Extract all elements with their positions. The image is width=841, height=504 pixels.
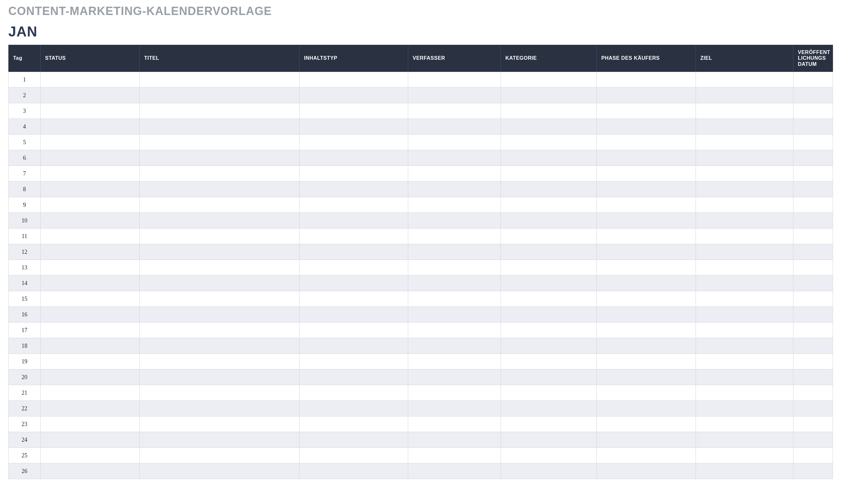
cell-datum[interactable]: [793, 338, 833, 354]
cell-verfasser[interactable]: [408, 213, 501, 229]
cell-inhaltstyp[interactable]: [300, 197, 408, 213]
cell-status[interactable]: [41, 166, 140, 182]
cell-titel[interactable]: [140, 260, 300, 275]
cell-status[interactable]: [41, 291, 140, 307]
cell-ziel[interactable]: [696, 322, 793, 338]
cell-status[interactable]: [41, 244, 140, 260]
cell-datum[interactable]: [793, 166, 833, 182]
cell-verfasser[interactable]: [408, 244, 501, 260]
cell-titel[interactable]: [140, 275, 300, 291]
cell-inhaltstyp[interactable]: [300, 213, 408, 229]
cell-inhaltstyp[interactable]: [300, 134, 408, 150]
cell-datum[interactable]: [793, 354, 833, 370]
cell-kategorie[interactable]: [501, 244, 597, 260]
cell-status[interactable]: [41, 401, 140, 416]
cell-kategorie[interactable]: [501, 385, 597, 401]
cell-phase[interactable]: [597, 385, 696, 401]
cell-datum[interactable]: [793, 432, 833, 448]
cell-phase[interactable]: [597, 182, 696, 197]
cell-status[interactable]: [41, 182, 140, 197]
cell-inhaltstyp[interactable]: [300, 307, 408, 322]
cell-kategorie[interactable]: [501, 229, 597, 244]
cell-ziel[interactable]: [696, 72, 793, 88]
cell-titel[interactable]: [140, 432, 300, 448]
cell-phase[interactable]: [597, 370, 696, 385]
cell-phase[interactable]: [597, 197, 696, 213]
cell-status[interactable]: [41, 213, 140, 229]
cell-datum[interactable]: [793, 244, 833, 260]
cell-verfasser[interactable]: [408, 401, 501, 416]
cell-phase[interactable]: [597, 72, 696, 88]
cell-inhaltstyp[interactable]: [300, 260, 408, 275]
cell-kategorie[interactable]: [501, 134, 597, 150]
cell-titel[interactable]: [140, 385, 300, 401]
cell-datum[interactable]: [793, 134, 833, 150]
cell-status[interactable]: [41, 307, 140, 322]
cell-verfasser[interactable]: [408, 307, 501, 322]
cell-kategorie[interactable]: [501, 322, 597, 338]
cell-verfasser[interactable]: [408, 385, 501, 401]
cell-inhaltstyp[interactable]: [300, 432, 408, 448]
cell-kategorie[interactable]: [501, 275, 597, 291]
cell-datum[interactable]: [793, 72, 833, 88]
cell-phase[interactable]: [597, 416, 696, 432]
cell-ziel[interactable]: [696, 213, 793, 229]
cell-datum[interactable]: [793, 229, 833, 244]
cell-verfasser[interactable]: [408, 150, 501, 166]
cell-kategorie[interactable]: [501, 150, 597, 166]
cell-verfasser[interactable]: [408, 72, 501, 88]
cell-inhaltstyp[interactable]: [300, 88, 408, 103]
cell-titel[interactable]: [140, 416, 300, 432]
cell-status[interactable]: [41, 432, 140, 448]
cell-titel[interactable]: [140, 72, 300, 88]
cell-status[interactable]: [41, 338, 140, 354]
cell-inhaltstyp[interactable]: [300, 370, 408, 385]
cell-inhaltstyp[interactable]: [300, 338, 408, 354]
cell-inhaltstyp[interactable]: [300, 322, 408, 338]
cell-ziel[interactable]: [696, 260, 793, 275]
cell-titel[interactable]: [140, 88, 300, 103]
cell-phase[interactable]: [597, 401, 696, 416]
cell-kategorie[interactable]: [501, 119, 597, 134]
cell-inhaltstyp[interactable]: [300, 463, 408, 479]
cell-phase[interactable]: [597, 448, 696, 463]
cell-ziel[interactable]: [696, 307, 793, 322]
cell-titel[interactable]: [140, 229, 300, 244]
cell-verfasser[interactable]: [408, 103, 501, 119]
cell-verfasser[interactable]: [408, 197, 501, 213]
cell-kategorie[interactable]: [501, 354, 597, 370]
cell-phase[interactable]: [597, 260, 696, 275]
cell-datum[interactable]: [793, 385, 833, 401]
cell-phase[interactable]: [597, 166, 696, 182]
cell-inhaltstyp[interactable]: [300, 103, 408, 119]
cell-ziel[interactable]: [696, 291, 793, 307]
cell-verfasser[interactable]: [408, 119, 501, 134]
cell-status[interactable]: [41, 72, 140, 88]
cell-kategorie[interactable]: [501, 401, 597, 416]
cell-verfasser[interactable]: [408, 229, 501, 244]
cell-ziel[interactable]: [696, 432, 793, 448]
cell-verfasser[interactable]: [408, 134, 501, 150]
cell-titel[interactable]: [140, 338, 300, 354]
cell-phase[interactable]: [597, 213, 696, 229]
cell-titel[interactable]: [140, 370, 300, 385]
cell-kategorie[interactable]: [501, 213, 597, 229]
cell-titel[interactable]: [140, 448, 300, 463]
cell-status[interactable]: [41, 385, 140, 401]
cell-verfasser[interactable]: [408, 463, 501, 479]
cell-ziel[interactable]: [696, 416, 793, 432]
cell-inhaltstyp[interactable]: [300, 291, 408, 307]
cell-kategorie[interactable]: [501, 166, 597, 182]
cell-datum[interactable]: [793, 150, 833, 166]
cell-phase[interactable]: [597, 150, 696, 166]
cell-verfasser[interactable]: [408, 291, 501, 307]
cell-datum[interactable]: [793, 370, 833, 385]
cell-titel[interactable]: [140, 463, 300, 479]
cell-ziel[interactable]: [696, 275, 793, 291]
cell-ziel[interactable]: [696, 88, 793, 103]
cell-ziel[interactable]: [696, 119, 793, 134]
cell-verfasser[interactable]: [408, 354, 501, 370]
cell-phase[interactable]: [597, 244, 696, 260]
cell-titel[interactable]: [140, 401, 300, 416]
cell-ziel[interactable]: [696, 385, 793, 401]
